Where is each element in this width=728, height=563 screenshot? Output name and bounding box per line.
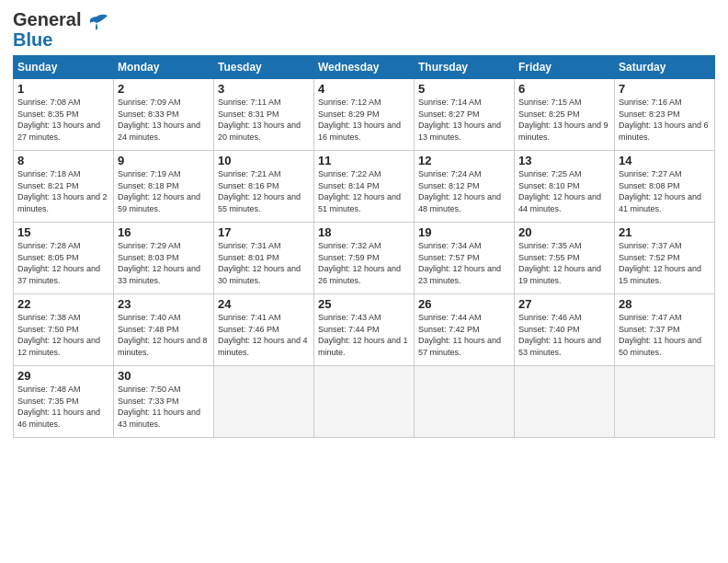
day-number: 19 [418, 225, 510, 239]
col-sunday: Sunday [14, 56, 114, 79]
col-monday: Monday [114, 56, 214, 79]
col-wednesday: Wednesday [314, 56, 415, 79]
calendar-cell: 13 Sunrise: 7:25 AMSunset: 8:10 PMDaylig… [515, 151, 615, 223]
day-number: 22 [17, 297, 109, 311]
day-number: 24 [218, 297, 310, 311]
day-info: Sunrise: 7:35 AMSunset: 7:55 PMDaylight:… [518, 241, 601, 285]
day-info: Sunrise: 7:25 AMSunset: 8:10 PMDaylight:… [518, 169, 601, 213]
calendar-cell: 20 Sunrise: 7:35 AMSunset: 7:55 PMDaylig… [515, 223, 615, 294]
calendar-header-row: Sunday Monday Tuesday Wednesday Thursday… [14, 56, 715, 79]
day-info: Sunrise: 7:50 AMSunset: 7:33 PMDaylight:… [118, 385, 200, 429]
logo: General Blue [13, 9, 109, 50]
day-number: 23 [118, 297, 210, 311]
day-info: Sunrise: 7:48 AMSunset: 7:35 PMDaylight:… [17, 385, 100, 429]
day-number: 4 [318, 82, 410, 96]
calendar-cell: 23 Sunrise: 7:40 AMSunset: 7:48 PMDaylig… [114, 294, 214, 366]
calendar-cell [515, 366, 615, 438]
calendar-week-row: 1 Sunrise: 7:08 AMSunset: 8:35 PMDayligh… [14, 79, 715, 151]
day-number: 14 [619, 154, 711, 167]
day-info: Sunrise: 7:34 AMSunset: 7:57 PMDaylight:… [418, 241, 501, 285]
calendar-cell: 3 Sunrise: 7:11 AMSunset: 8:31 PMDayligh… [214, 79, 314, 151]
day-number: 12 [418, 154, 510, 167]
day-number: 6 [518, 82, 610, 96]
day-number: 9 [118, 154, 210, 167]
calendar-cell: 4 Sunrise: 7:12 AMSunset: 8:29 PMDayligh… [314, 79, 415, 151]
day-info: Sunrise: 7:38 AMSunset: 7:50 PMDaylight:… [17, 313, 100, 357]
day-info: Sunrise: 7:28 AMSunset: 8:05 PMDaylight:… [17, 241, 100, 285]
calendar-week-row: 29 Sunrise: 7:48 AMSunset: 7:35 PMDaylig… [14, 366, 715, 438]
day-info: Sunrise: 7:24 AMSunset: 8:12 PMDaylight:… [418, 169, 501, 213]
day-number: 5 [418, 82, 510, 96]
logo-combined: General Blue [13, 9, 109, 50]
day-number: 8 [17, 154, 109, 167]
calendar-week-row: 22 Sunrise: 7:38 AMSunset: 7:50 PMDaylig… [14, 294, 715, 366]
day-info: Sunrise: 7:15 AMSunset: 8:25 PMDaylight:… [518, 98, 609, 142]
calendar-table: Sunday Monday Tuesday Wednesday Thursday… [13, 55, 715, 438]
calendar-cell: 19 Sunrise: 7:34 AMSunset: 7:57 PMDaylig… [415, 223, 515, 294]
day-info: Sunrise: 7:22 AMSunset: 8:14 PMDaylight:… [318, 169, 401, 213]
calendar-cell [314, 366, 415, 438]
day-number: 10 [218, 154, 310, 167]
day-info: Sunrise: 7:47 AMSunset: 7:37 PMDaylight:… [619, 313, 701, 357]
day-info: Sunrise: 7:37 AMSunset: 7:52 PMDaylight:… [619, 241, 701, 285]
logo-bird-icon [84, 12, 109, 38]
calendar-cell: 26 Sunrise: 7:44 AMSunset: 7:42 PMDaylig… [415, 294, 515, 366]
calendar-cell: 30 Sunrise: 7:50 AMSunset: 7:33 PMDaylig… [114, 366, 214, 438]
calendar-cell: 15 Sunrise: 7:28 AMSunset: 8:05 PMDaylig… [14, 223, 114, 294]
day-info: Sunrise: 7:18 AMSunset: 8:21 PMDaylight:… [17, 169, 108, 213]
day-number: 29 [17, 369, 109, 383]
calendar-cell: 2 Sunrise: 7:09 AMSunset: 8:33 PMDayligh… [114, 79, 214, 151]
day-number: 2 [118, 82, 210, 96]
day-info: Sunrise: 7:12 AMSunset: 8:29 PMDaylight:… [318, 98, 401, 142]
col-thursday: Thursday [415, 56, 515, 79]
logo-text-block: General Blue [13, 9, 81, 50]
calendar-cell: 14 Sunrise: 7:27 AMSunset: 8:08 PMDaylig… [615, 151, 715, 223]
calendar-cell: 9 Sunrise: 7:19 AMSunset: 8:18 PMDayligh… [114, 151, 214, 223]
day-number: 1 [17, 82, 109, 96]
calendar-cell: 12 Sunrise: 7:24 AMSunset: 8:12 PMDaylig… [415, 151, 515, 223]
day-info: Sunrise: 7:09 AMSunset: 8:33 PMDaylight:… [118, 98, 200, 142]
day-info: Sunrise: 7:41 AMSunset: 7:46 PMDaylight:… [218, 313, 308, 357]
day-number: 17 [218, 225, 310, 239]
calendar-cell: 25 Sunrise: 7:43 AMSunset: 7:44 PMDaylig… [314, 294, 415, 366]
calendar-cell: 17 Sunrise: 7:31 AMSunset: 8:01 PMDaylig… [214, 223, 314, 294]
day-info: Sunrise: 7:40 AMSunset: 7:48 PMDaylight:… [118, 313, 208, 357]
day-number: 7 [619, 82, 711, 96]
calendar-cell: 28 Sunrise: 7:47 AMSunset: 7:37 PMDaylig… [615, 294, 715, 366]
day-number: 16 [118, 225, 210, 239]
calendar-cell [615, 366, 715, 438]
calendar-week-row: 15 Sunrise: 7:28 AMSunset: 8:05 PMDaylig… [14, 223, 715, 294]
day-info: Sunrise: 7:19 AMSunset: 8:18 PMDaylight:… [118, 169, 200, 213]
calendar-container: General Blue Sunday Monday Tuesday Wedne… [0, 0, 728, 443]
day-number: 18 [318, 225, 410, 239]
calendar-cell: 18 Sunrise: 7:32 AMSunset: 7:59 PMDaylig… [314, 223, 415, 294]
calendar-cell: 16 Sunrise: 7:29 AMSunset: 8:03 PMDaylig… [114, 223, 214, 294]
day-info: Sunrise: 7:11 AMSunset: 8:31 PMDaylight:… [218, 98, 301, 142]
day-info: Sunrise: 7:43 AMSunset: 7:44 PMDaylight:… [318, 313, 408, 357]
day-info: Sunrise: 7:31 AMSunset: 8:01 PMDaylight:… [218, 241, 301, 285]
calendar-cell: 6 Sunrise: 7:15 AMSunset: 8:25 PMDayligh… [515, 79, 615, 151]
day-info: Sunrise: 7:29 AMSunset: 8:03 PMDaylight:… [118, 241, 200, 285]
calendar-cell: 11 Sunrise: 7:22 AMSunset: 8:14 PMDaylig… [314, 151, 415, 223]
day-number: 15 [17, 225, 109, 239]
day-info: Sunrise: 7:08 AMSunset: 8:35 PMDaylight:… [17, 98, 100, 142]
calendar-cell: 5 Sunrise: 7:14 AMSunset: 8:27 PMDayligh… [415, 79, 515, 151]
day-number: 20 [518, 225, 610, 239]
calendar-cell: 21 Sunrise: 7:37 AMSunset: 7:52 PMDaylig… [615, 223, 715, 294]
calendar-cell [214, 366, 314, 438]
calendar-week-row: 8 Sunrise: 7:18 AMSunset: 8:21 PMDayligh… [14, 151, 715, 223]
day-info: Sunrise: 7:16 AMSunset: 8:23 PMDaylight:… [619, 98, 709, 142]
calendar-cell: 29 Sunrise: 7:48 AMSunset: 7:35 PMDaylig… [14, 366, 114, 438]
col-saturday: Saturday [615, 56, 715, 79]
day-number: 25 [318, 297, 410, 311]
day-number: 3 [218, 82, 310, 96]
day-info: Sunrise: 7:32 AMSunset: 7:59 PMDaylight:… [318, 241, 401, 285]
calendar-cell: 10 Sunrise: 7:21 AMSunset: 8:16 PMDaylig… [214, 151, 314, 223]
calendar-cell: 7 Sunrise: 7:16 AMSunset: 8:23 PMDayligh… [615, 79, 715, 151]
calendar-cell: 27 Sunrise: 7:46 AMSunset: 7:40 PMDaylig… [515, 294, 615, 366]
col-tuesday: Tuesday [214, 56, 314, 79]
day-number: 11 [318, 154, 410, 167]
day-info: Sunrise: 7:44 AMSunset: 7:42 PMDaylight:… [418, 313, 501, 357]
day-number: 28 [619, 297, 711, 311]
day-info: Sunrise: 7:27 AMSunset: 8:08 PMDaylight:… [619, 169, 701, 213]
